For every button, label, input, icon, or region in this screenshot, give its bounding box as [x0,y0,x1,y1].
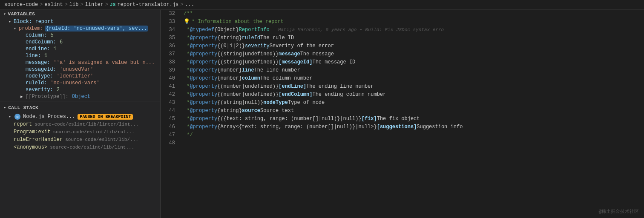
code-text: column [242,75,260,83]
code-text: [fix] [362,115,377,123]
var-key: severity: [26,87,53,93]
code-text: * [184,50,190,58]
stack-frame-report[interactable]: report source-code/eslint/lib/linter/lin… [0,120,160,128]
var-message: message: ''a' is assigned a value but n.… [0,59,160,66]
code-text: * [184,75,190,83]
var-ruleid: ruleId: 'no-unused-vars' [0,80,160,86]
left-panel: ▾ VARIABLES ▾ Block: report ▾ problem: {… [0,10,161,218]
var-endline: endLine: 1 [0,46,160,52]
breadcrumb-bar: source-code > eslint > lib > linter > JS… [0,0,644,10]
code-text: The column number [260,75,312,83]
stack-frame-ruleerrorhandler[interactable]: ruleErrorHandler source-code/eslint/lib/… [0,136,160,143]
stack-frame-anonymous[interactable]: <anonymous> source-code/eslint/lib/lint.… [0,143,160,151]
code-text: {(number|undefined)} [217,91,279,99]
code-text: {(string|null)} [217,99,263,107]
code-text: {string} [217,34,242,42]
code-text: message [279,50,300,58]
code-text: @property [190,115,217,123]
var-key: endLine: [26,46,50,52]
block-report-row[interactable]: ▾ Block: report [0,18,160,25]
var-key: nodeType: [26,73,53,79]
code-line-42: * @property {(number|undefined)} [endCol… [184,91,644,99]
code-text: [endLine] [279,83,306,91]
section-divider [0,101,160,101]
code-text: @property [190,107,217,115]
frame-function-name: ruleErrorHandler [14,137,63,143]
breadcrumb-item[interactable]: linter [85,2,104,8]
code-text: [messageId] [279,58,312,66]
code-text: * Information about the report [192,18,284,26]
var-key: messageId: [26,66,56,72]
breadcrumb-filename[interactable]: report-translator.js [117,2,178,8]
breadcrumb-item[interactable]: source-code [4,2,38,8]
code-line-41: * @property {(number|undefined)} [endLin… [184,83,644,91]
code-text: * [184,42,190,50]
breadcrumb-item[interactable]: eslint [44,2,63,8]
callstack-section: ▾ CALL STACK ▾ ⚙ Node.js Proces... PAUSE… [0,102,160,218]
code-text: * [184,83,190,91]
code-text: {(0|1|2)} [217,42,245,50]
lightbulb-icon[interactable]: 💡 [184,18,190,26]
code-text: ReportInfo [239,26,270,34]
code-text: severity [245,42,270,50]
code-text: @property [190,66,217,75]
var-key: message: [26,60,50,66]
code-text: @property [190,91,217,99]
var-key: endColumn: [26,39,56,45]
chevron-down-icon: ▾ [9,114,11,119]
code-text: The ending line number [306,83,374,91]
code-text: * [184,91,190,99]
var-prototype[interactable]: ▶ [[Prototype]]: Object [0,93,160,100]
code-text: {Array<{text: string, range: (number[]|n… [217,123,377,131]
breadcrumb-item[interactable]: lib [69,2,79,8]
stack-frame-program-exit[interactable]: Program:exit source-code/eslint/lib/rul.… [0,128,160,136]
frame-path: source-code/eslint/lib/... [65,137,138,142]
code-line-40: * @property {number} column The column n… [184,75,644,83]
paused-badge: PAUSED ON BREAKPOINT [78,114,133,120]
code-line-35: * @property {string} ruleId The rule ID [184,34,644,42]
frame-function-name: report [14,121,32,127]
code-text: source [242,107,260,115]
code-text: @property [190,83,217,91]
problem-row[interactable]: ▾ problem: {ruleId: 'no-unused-vars', se… [0,25,160,32]
code-text: The message [300,50,334,58]
var-key: [[Prototype]]: [26,94,69,100]
variables-header[interactable]: ▾ VARIABLES [0,10,160,18]
var-line: line: 1 [0,52,160,59]
code-text: {(string|undefined)} [217,58,279,66]
node-process-name: Node.js Proces... [23,114,75,120]
chevron-down-icon: ▾ [3,105,6,110]
code-text: @property [190,42,217,50]
code-text: @property [190,123,217,131]
code-text: /** [184,10,193,18]
var-val: 1 [44,53,47,59]
frame-path: source-code/eslint/lib/linter/lint... [34,122,138,127]
code-text: @property [190,58,217,66]
code-text: * [184,58,190,66]
callstack-header[interactable]: ▾ CALL STACK [0,102,160,113]
problem-value: {ruleId: 'no-unused-vars', sev... [45,26,148,32]
code-area: 32 33 34 35 36 37 38 39 40 41 42 43 44 4… [161,10,644,218]
chevron-down-icon: ▾ [9,19,11,24]
code-content: /** 💡 * Information about the report * @… [182,10,644,218]
code-line-33: 💡 * Information about the report [184,18,644,26]
code-line-46: * @property {Array<{text: string, range:… [184,123,644,131]
code-line-43: * @property {(string|null)} nodeType Typ… [184,99,644,107]
code-line-48 [184,139,644,147]
var-nodetype: nodeType: 'Identifier' [0,73,160,80]
code-text: line [242,66,254,75]
watermark: @稀土掘金技术社区 [598,208,639,215]
breadcrumb-more[interactable]: ... [185,2,195,8]
var-val: ''a' is assigned a value but n... [54,60,155,66]
var-val: 5 [50,32,53,38]
var-val: 2 [57,87,60,93]
callstack-title: CALL STACK [8,105,38,110]
code-text: {({text: string, range: (number[]|null)}… [217,115,361,123]
node-process-row[interactable]: ▾ ⚙ Node.js Proces... PAUSED ON BREAKPOI… [0,113,160,120]
line-numbers: 32 33 34 35 36 37 38 39 40 41 42 43 44 4… [161,10,182,218]
git-blame: Matija Marohnić, 5 years ago • Build: Fi… [278,26,444,34]
code-text: * [184,115,190,123]
code-text: @typedef [190,26,214,34]
code-text: Type of node [288,99,325,107]
var-val: 'Identifier' [57,73,93,79]
